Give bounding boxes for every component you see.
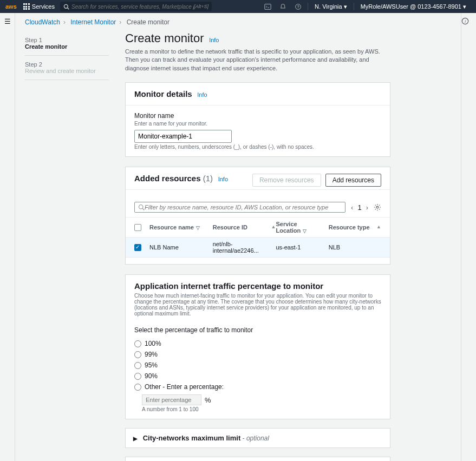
page-prev[interactable]: ‹ [351, 203, 353, 212]
resource-filter[interactable] [134, 202, 345, 213]
resource-filter-input[interactable] [145, 204, 342, 210]
col-service-location[interactable]: Service Location▽ [276, 221, 328, 234]
bc-cloudwatch[interactable]: CloudWatch [25, 18, 60, 26]
wizard-steps: Step 1 Create monitor Step 2 Review and … [25, 31, 109, 82]
traffic-percentage-panel: Application internet traffic percentage … [125, 274, 390, 419]
info-drawer-icon[interactable]: i [461, 17, 476, 25]
breadcrumb: CloudWatch› Internet Monitor› Create mon… [25, 18, 461, 26]
bc-internet-monitor[interactable]: Internet Monitor [70, 18, 116, 26]
table-row[interactable]: NLB Name net/nlb-internal/ae2246... us-e… [126, 238, 390, 258]
col-resource-id[interactable]: Resource ID▲ [213, 224, 276, 230]
page-description: Create a monitor to define the network t… [125, 48, 390, 73]
monitor-name-hint: Enter a name for your monitor. [134, 121, 381, 127]
aws-logo[interactable]: aws [5, 3, 17, 10]
monitor-details-panel: Monitor details Info Monitor name Enter … [125, 82, 390, 157]
city-networks-expando[interactable]: ▶ City-networks maximum limit - optional [125, 428, 390, 448]
global-search[interactable]: [Alt+S] [60, 2, 212, 11]
help-icon[interactable]: ? [292, 1, 303, 12]
notifications-icon[interactable] [277, 1, 288, 12]
search-input[interactable] [71, 4, 194, 10]
traffic-select-label: Select the percentage of traffic to moni… [134, 326, 381, 334]
radio-95[interactable]: 95% [134, 360, 381, 371]
pagination: ‹ 1 › [351, 203, 368, 212]
svg-line-6 [142, 208, 144, 210]
table-settings-icon[interactable] [374, 203, 381, 211]
radio-90[interactable]: 90% [134, 371, 381, 381]
bc-current: Create monitor [127, 18, 169, 26]
left-rail: ☰ [0, 13, 15, 461]
remove-resources-button: Remove resources [252, 174, 321, 187]
select-all-checkbox[interactable] [134, 224, 141, 231]
hamburger-icon[interactable]: ☰ [4, 17, 11, 25]
svg-rect-2 [264, 4, 270, 9]
svg-point-0 [64, 4, 68, 8]
services-menu[interactable]: Services [23, 3, 55, 10]
monitor-name-input[interactable] [134, 130, 232, 143]
col-resource-type[interactable]: Resource type▲ [329, 224, 381, 230]
step-2: Step 2 Review and create monitor [25, 58, 109, 77]
account-menu[interactable]: MyRole/AWSUser @ 0123-4567-8901 ▾ [361, 3, 466, 10]
caret-right-icon: ▶ [133, 436, 138, 442]
monitor-details-info[interactable]: Info [197, 91, 207, 98]
resources-table: Resource name▽ Resource ID▲ Service Loca… [134, 217, 381, 258]
col-resource-name[interactable]: Resource name▽ [149, 224, 213, 230]
added-resources-info[interactable]: Info [218, 176, 228, 182]
traffic-desc: Choose how much internet-facing traffic … [134, 293, 381, 317]
svg-text:i: i [465, 19, 466, 24]
monitor-details-title: Monitor details [134, 89, 192, 98]
added-resources-title: Added resources (1) [134, 174, 213, 183]
add-resources-button[interactable]: Add resources [325, 174, 381, 187]
radio-99[interactable]: 99% [134, 349, 381, 360]
radio-100[interactable]: 100% [134, 338, 381, 349]
right-rail: i [461, 13, 476, 461]
grid-icon [23, 3, 30, 10]
radio-other[interactable]: Other - Enter a percentage: [134, 381, 381, 392]
traffic-title: Application internet traffic percentage … [134, 281, 323, 291]
top-nav: aws Services [Alt+S] ? N. Virginia ▾ MyR… [0, 0, 476, 13]
page-info-link[interactable]: Info [209, 37, 219, 43]
region-selector[interactable]: N. Virginia ▾ [315, 3, 347, 10]
search-icon [63, 4, 69, 10]
monitor-name-constraint: Enter only letters, numbers, underscores… [134, 144, 381, 150]
page-next[interactable]: › [366, 203, 368, 212]
row-checkbox[interactable] [134, 244, 141, 251]
monitor-name-label: Monitor name [134, 112, 381, 120]
svg-point-7 [376, 206, 379, 208]
publish-s3-expando[interactable]: ▶ Publish internet measurements to Amazo… [125, 457, 390, 461]
percentage-hint: A number from 1 to 100 [142, 406, 381, 412]
page-title: Create monitor [125, 31, 204, 45]
svg-text:?: ? [297, 4, 299, 9]
page-number: 1 [357, 203, 361, 212]
cloudshell-icon[interactable] [262, 1, 273, 12]
svg-line-1 [68, 8, 69, 9]
added-resources-panel: Added resources (1) Info Remove resource… [125, 167, 390, 265]
search-icon [138, 204, 145, 210]
percentage-input[interactable] [142, 394, 201, 405]
step-1[interactable]: Step 1 Create monitor [25, 34, 109, 53]
search-shortcut: [Alt+S] [194, 4, 208, 9]
percentage-suffix: % [205, 396, 211, 404]
svg-point-5 [139, 205, 144, 209]
